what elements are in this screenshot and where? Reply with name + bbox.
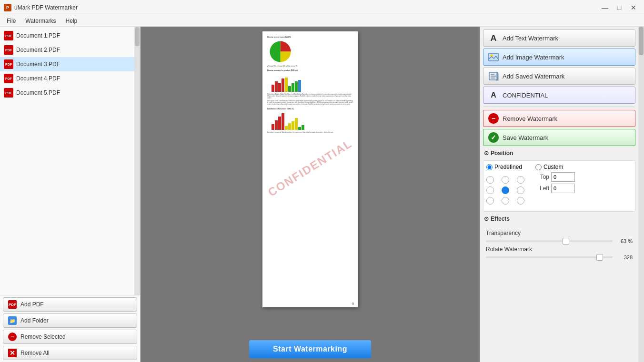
bar-chart-2 xyxy=(272,111,349,130)
left-buttons: PDF Add PDF 📁 Add Folder − Remove Select… xyxy=(0,295,140,362)
app-title: uMark PDF Watermarker xyxy=(14,4,598,11)
close-button[interactable]: ✕ xyxy=(627,1,640,14)
rotate-slider-thumb[interactable] xyxy=(596,254,603,261)
svg-rect-4 xyxy=(491,74,494,75)
pos-dot-mid-left[interactable] xyxy=(486,186,494,194)
top-coord-label: Top xyxy=(536,174,549,180)
watermark-item-icon: A xyxy=(488,90,499,100)
pos-dot-bot-right[interactable] xyxy=(517,197,524,205)
save-watermark-icon: ✓ xyxy=(488,132,499,143)
file-list: PDF Document 1.PDF PDF Document 2.PDF PD… xyxy=(0,27,134,295)
transparency-label: Transparency xyxy=(486,230,538,236)
pos-dot-mid-right[interactable] xyxy=(517,186,524,194)
right-panel-content: A Add Text Watermark Add Image Watermark xyxy=(480,27,644,362)
left-coord-input[interactable] xyxy=(551,184,575,193)
pos-dot-bot-center[interactable] xyxy=(502,197,509,205)
position-inner: Top Left xyxy=(486,172,632,208)
predefined-custom-row: Predefined Custom xyxy=(486,164,632,170)
pos-dot-top-center[interactable] xyxy=(502,176,509,184)
right-panel-scrollbar[interactable] xyxy=(638,27,644,362)
menu-help[interactable]: Help xyxy=(61,15,82,26)
remove-all-label: Remove All xyxy=(20,350,50,356)
menu-watermarks[interactable]: Watermarks xyxy=(20,15,60,26)
top-coord-input[interactable] xyxy=(551,172,575,182)
rotate-value: 328 xyxy=(615,254,633,260)
remove-watermark-label: Remove Watermark xyxy=(503,115,557,122)
add-image-watermark-label: Add Image Watermark xyxy=(503,54,564,61)
divider-1 xyxy=(483,107,635,107)
pdf-preview-area: License across by market (%) ■ Product 7… xyxy=(141,27,480,336)
custom-label: Custom xyxy=(543,164,563,170)
start-watermarking-button[interactable]: Start Watermarking xyxy=(249,340,371,358)
file-name-4: Document 4.PDF xyxy=(16,75,60,82)
remove-all-button[interactable]: ✕ Remove All xyxy=(3,346,137,360)
custom-coord-inputs: Top Left xyxy=(536,172,575,193)
effects-label: Effects xyxy=(491,215,510,222)
bar-chart-1 xyxy=(272,73,349,92)
pdf-icon-1: PDF xyxy=(4,31,13,40)
pos-dot-top-left[interactable] xyxy=(486,176,494,184)
save-watermark-button[interactable]: ✓ Save Watermark xyxy=(483,129,635,146)
effects-section: Transparency 63 % Rotate Watermark xyxy=(483,226,635,264)
position-chevron-icon: ⊙ xyxy=(484,150,489,157)
pdf-icon-3: PDF xyxy=(4,59,13,69)
pdf-icon-4: PDF xyxy=(4,74,13,83)
custom-radio[interactable] xyxy=(535,164,542,170)
file-name-1: Document 1.PDF xyxy=(16,32,60,39)
window-controls: — □ ✕ xyxy=(598,1,640,14)
predefined-radio[interactable] xyxy=(486,164,493,170)
add-image-watermark-button[interactable]: Add Image Watermark xyxy=(483,49,635,66)
pos-dot-bot-left[interactable] xyxy=(486,197,494,205)
pdf-page: License across by market (%) ■ Product 7… xyxy=(262,31,358,307)
watermark-item-name: CONFIDENTIAL xyxy=(503,92,548,99)
pdf-chart-title-2: License revenues by product ($US, m) xyxy=(267,69,353,72)
file-name-5: Document 5.PDF xyxy=(16,89,60,96)
predefined-radio-label[interactable]: Predefined xyxy=(486,164,522,170)
file-item-5[interactable]: PDF Document 5.PDF xyxy=(0,86,134,100)
pos-dot-top-right[interactable] xyxy=(517,176,524,184)
watermark-item-confidential[interactable]: A CONFIDENTIAL xyxy=(483,87,635,104)
remove-watermark-icon: − xyxy=(488,113,499,124)
center-panel: License across by market (%) ■ Product 7… xyxy=(141,27,480,362)
file-item-4[interactable]: PDF Document 4.PDF xyxy=(0,71,134,86)
left-coord-row: Left xyxy=(536,184,575,193)
file-item-3[interactable]: PDF Document 3.PDF xyxy=(0,57,134,71)
transparency-slider-thumb[interactable] xyxy=(563,238,569,245)
start-watermarking-bar: Start Watermarking xyxy=(141,336,480,362)
file-item-2[interactable]: PDF Document 2.PDF xyxy=(0,43,134,57)
left-coord-label: Left xyxy=(536,185,549,192)
svg-rect-6 xyxy=(491,78,495,78)
right-panel: A Add Text Watermark Add Image Watermark xyxy=(480,27,644,362)
position-section-header[interactable]: ⊙ Position xyxy=(483,148,635,158)
remove-selected-button[interactable]: − Remove Selected xyxy=(3,330,137,344)
file-list-scrollbar[interactable] xyxy=(134,27,140,295)
transparency-slider-track[interactable] xyxy=(486,240,613,242)
pos-dot-mid-center[interactable] xyxy=(502,186,509,194)
custom-radio-label[interactable]: Custom xyxy=(535,164,563,170)
remove-selected-label: Remove Selected xyxy=(20,333,66,340)
add-folder-button[interactable]: 📁 Add Folder xyxy=(3,313,137,328)
file-item-1[interactable]: PDF Document 1.PDF xyxy=(0,29,134,43)
pdf-chart-title-3: Distribution of revenues ($US, m) xyxy=(267,108,353,110)
transparency-value: 63 % xyxy=(615,238,633,244)
image-watermark-icon xyxy=(488,52,499,62)
text-watermark-icon: A xyxy=(488,33,499,43)
effects-chevron-icon: ⊙ xyxy=(484,215,489,222)
add-folder-label: Add Folder xyxy=(20,317,49,324)
add-saved-watermark-label: Add Saved Watermark xyxy=(503,73,564,80)
add-pdf-icon: PDF xyxy=(8,300,17,309)
minimize-button[interactable]: — xyxy=(598,1,612,14)
effects-section-header[interactable]: ⊙ Effects xyxy=(483,214,635,224)
add-text-watermark-button[interactable]: A Add Text Watermark xyxy=(483,29,635,47)
saved-watermark-icon xyxy=(488,71,499,81)
remove-selected-icon: − xyxy=(8,333,17,341)
pdf-icon-2: PDF xyxy=(4,45,13,55)
add-pdf-button[interactable]: PDF Add PDF xyxy=(3,297,137,312)
position-label: Position xyxy=(491,150,513,157)
maximize-button[interactable]: □ xyxy=(613,1,626,14)
rotate-slider-track[interactable] xyxy=(486,256,613,258)
add-saved-watermark-button[interactable]: Add Saved Watermark xyxy=(483,68,635,85)
save-watermark-label: Save Watermark xyxy=(503,134,548,141)
menu-file[interactable]: File xyxy=(2,15,20,26)
remove-watermark-button[interactable]: − Remove Watermark xyxy=(483,110,635,127)
